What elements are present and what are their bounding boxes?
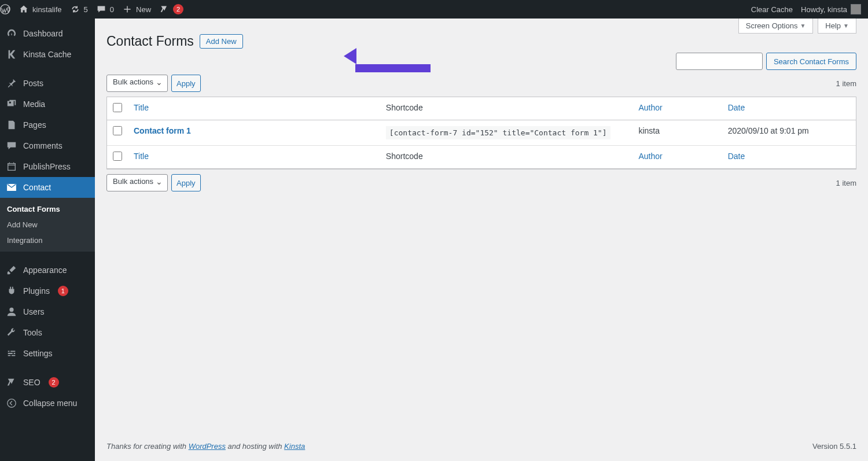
screen-options-toggle[interactable]: Screen Options ▼ — [738, 19, 814, 34]
menu-dashboard[interactable]: Dashboard — [0, 23, 95, 44]
wrench-icon — [6, 327, 17, 338]
dashboard-icon — [6, 28, 17, 39]
menu-comments-label: Comments — [23, 141, 62, 150]
col-shortcode-foot: Shortcode — [380, 146, 633, 169]
admin-footer: Thanks for creating with WordPress and h… — [106, 432, 856, 461]
apply-button-top[interactable]: Apply — [171, 75, 201, 92]
updates-link[interactable]: 5 — [70, 4, 88, 14]
bulk-actions-select-top[interactable]: Bulk actions — [106, 75, 168, 92]
menu-collapse[interactable]: Collapse menu — [0, 393, 95, 414]
clear-cache-link[interactable]: Clear Cache — [751, 5, 793, 14]
col-date-link-foot[interactable]: Date — [728, 152, 745, 161]
wordpress-icon — [0, 4, 10, 14]
submenu-contact-forms[interactable]: Contact Forms — [0, 201, 95, 217]
updates-count: 5 — [84, 5, 88, 14]
menu-contact[interactable]: Contact — [0, 177, 95, 198]
arrow-annotation — [344, 52, 431, 64]
chevron-down-icon: ▼ — [843, 23, 849, 29]
screen-meta-links: Screen Options ▼ Help ▼ — [738, 19, 856, 34]
select-all-header[interactable] — [107, 97, 128, 120]
yoast-icon — [159, 4, 170, 14]
col-title-link-foot[interactable]: Title — [134, 152, 149, 161]
col-author-link[interactable]: Author — [638, 103, 662, 112]
avatar — [851, 4, 861, 14]
col-author[interactable]: Author — [632, 97, 722, 120]
select-all-checkbox-top[interactable] — [113, 103, 122, 112]
screen-options-label: Screen Options — [746, 21, 798, 30]
plus-icon — [122, 4, 133, 14]
col-title-link[interactable]: Title — [134, 103, 149, 112]
row-title-link[interactable]: Contact form 1 — [134, 126, 191, 135]
col-author-link-foot[interactable]: Author — [638, 152, 662, 161]
site-name-link[interactable]: kinstalife — [19, 4, 62, 14]
menu-publishpress[interactable]: PublishPress — [0, 156, 95, 177]
col-title[interactable]: Title — [128, 97, 380, 120]
help-toggle[interactable]: Help ▼ — [818, 19, 856, 34]
menu-kinsta-cache[interactable]: Kinsta Cache — [0, 44, 95, 65]
svg-point-3 — [8, 399, 16, 407]
comments-link[interactable]: 0 — [96, 4, 114, 14]
search-input[interactable] — [676, 53, 763, 70]
menu-plugins[interactable]: Plugins 1 — [0, 281, 95, 301]
plugins-count-badge: 1 — [58, 286, 68, 296]
new-content-link[interactable]: New — [122, 4, 151, 14]
menu-appearance[interactable]: Appearance — [0, 260, 95, 281]
col-shortcode: Shortcode — [380, 97, 633, 120]
add-new-button[interactable]: Add New — [200, 34, 243, 49]
site-name: kinstalife — [32, 5, 62, 14]
comments-icon — [6, 140, 17, 152]
admin-sidebar: Dashboard Kinsta Cache Posts Media Pages… — [0, 19, 95, 461]
chevron-down-icon: ▼ — [800, 23, 806, 29]
select-all-checkbox-bottom[interactable] — [113, 152, 122, 161]
wordpress-link[interactable]: WordPress — [189, 442, 226, 451]
bulk-actions-bottom: Bulk actions Apply 1 item — [106, 174, 856, 191]
menu-users-label: Users — [23, 307, 45, 316]
menu-seo[interactable]: SEO 2 — [0, 372, 95, 393]
main-content: Screen Options ▼ Help ▼ Contact Forms Ad… — [95, 19, 868, 461]
mail-icon — [6, 182, 17, 193]
menu-media[interactable]: Media — [0, 94, 95, 115]
search-row: Search Contact Forms — [106, 53, 856, 70]
brush-icon — [6, 264, 17, 276]
comments-count: 0 — [110, 5, 114, 14]
row-checkbox[interactable] — [113, 126, 122, 135]
bulk-actions-select-bottom[interactable]: Bulk actions — [106, 174, 168, 191]
pin-icon — [6, 78, 17, 89]
wp-logo-menu[interactable] — [0, 4, 10, 14]
menu-pages[interactable]: Pages — [0, 115, 95, 135]
footer-text: Thanks for creating with WordPress and h… — [106, 442, 305, 451]
version-text: Version 5.5.1 — [812, 442, 856, 451]
submenu-integration[interactable]: Integration — [0, 233, 95, 248]
col-date[interactable]: Date — [722, 97, 856, 120]
menu-comments[interactable]: Comments — [0, 135, 95, 156]
col-date-link[interactable]: Date — [728, 103, 745, 112]
svg-point-2 — [9, 308, 13, 312]
media-icon — [6, 98, 17, 110]
yoast-link[interactable]: 2 — [159, 4, 183, 14]
menu-users[interactable]: Users — [0, 301, 95, 322]
menu-tools[interactable]: Tools — [0, 322, 95, 343]
pages-icon — [6, 119, 17, 131]
yoast-menu-icon — [6, 377, 17, 388]
submenu-add-new[interactable]: Add New — [0, 217, 95, 233]
apply-button-bottom[interactable]: Apply — [171, 174, 201, 191]
items-count-bottom: 1 item — [836, 179, 856, 187]
menu-pages-label: Pages — [23, 120, 46, 130]
submenu-contact: Contact Forms Add New Integration — [0, 198, 95, 252]
page-heading: Contact Forms Add New — [106, 34, 856, 49]
admin-bar-right: Clear Cache Howdy, kinsta — [751, 4, 861, 14]
table-row: Contact form 1 [contact-form-7 id="152" … — [107, 120, 856, 146]
menu-posts[interactable]: Posts — [0, 73, 95, 94]
kinsta-link[interactable]: Kinsta — [284, 442, 305, 451]
items-count-top: 1 item — [836, 79, 856, 88]
refresh-icon — [70, 4, 80, 14]
my-account-link[interactable]: Howdy, kinsta — [801, 4, 861, 14]
menu-collapse-label: Collapse menu — [23, 399, 77, 408]
admin-bar: kinstalife 5 0 New 2 C — [0, 0, 868, 19]
sliders-icon — [6, 348, 17, 359]
menu-settings[interactable]: Settings — [0, 343, 95, 364]
menu-dashboard-label: Dashboard — [23, 29, 63, 38]
search-contact-forms-button[interactable]: Search Contact Forms — [766, 53, 856, 70]
row-shortcode[interactable]: [contact-form-7 id="152" title="Contact … — [386, 126, 610, 139]
menu-plugins-label: Plugins — [23, 286, 50, 296]
